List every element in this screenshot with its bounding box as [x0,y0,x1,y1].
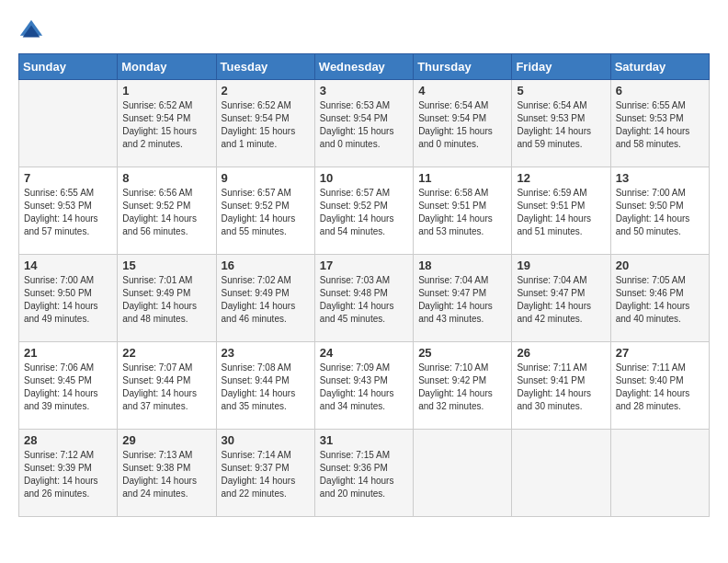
calendar-cell: 19Sunrise: 7:04 AMSunset: 9:47 PMDayligh… [512,255,610,342]
day-number: 30 [222,433,310,447]
calendar-table: SundayMondayTuesdayWednesdayThursdayFrid… [18,53,710,517]
day-number: 23 [222,346,310,360]
calendar-cell: 2Sunrise: 6:52 AMSunset: 9:54 PMDaylight… [216,80,314,167]
calendar-cell: 18Sunrise: 7:04 AMSunset: 9:47 PMDayligh… [414,255,512,342]
day-number: 1 [122,84,210,98]
day-info: Sunrise: 6:53 AMSunset: 9:54 PMDaylight:… [320,99,408,151]
calendar-cell [610,430,709,517]
calendar-cell: 22Sunrise: 7:07 AMSunset: 9:44 PMDayligh… [118,342,216,430]
day-info: Sunrise: 7:11 AMSunset: 9:41 PMDaylight:… [517,362,605,413]
day-number: 22 [122,346,210,360]
day-info: Sunrise: 6:54 AMSunset: 9:54 PMDaylight:… [418,99,506,151]
day-info: Sunrise: 7:13 AMSunset: 9:38 PMDaylight:… [122,449,210,500]
calendar-weekday-thursday: Thursday [414,54,512,80]
calendar-week-row: 14Sunrise: 7:00 AMSunset: 9:50 PMDayligh… [19,255,710,342]
calendar-cell: 17Sunrise: 7:03 AMSunset: 9:48 PMDayligh… [314,255,413,342]
day-info: Sunrise: 6:54 AMSunset: 9:53 PMDaylight:… [517,99,605,151]
day-number: 5 [517,84,605,98]
day-info: Sunrise: 7:08 AMSunset: 9:44 PMDaylight:… [222,362,310,413]
calendar-cell: 15Sunrise: 7:01 AMSunset: 9:49 PMDayligh… [118,255,216,342]
day-info: Sunrise: 7:14 AMSunset: 9:37 PMDaylight:… [222,449,310,500]
calendar-cell: 14Sunrise: 7:00 AMSunset: 9:50 PMDayligh… [19,255,118,342]
day-info: Sunrise: 7:04 AMSunset: 9:47 PMDaylight:… [418,274,506,326]
calendar-cell: 12Sunrise: 6:59 AMSunset: 9:51 PMDayligh… [512,167,610,255]
calendar-cell: 23Sunrise: 7:08 AMSunset: 9:44 PMDayligh… [216,342,314,430]
day-info: Sunrise: 7:07 AMSunset: 9:44 PMDaylight:… [122,362,210,413]
day-number: 4 [418,84,506,98]
calendar-week-row: 1Sunrise: 6:52 AMSunset: 9:54 PMDaylight… [19,80,710,167]
day-info: Sunrise: 7:00 AMSunset: 9:50 PMDaylight:… [616,187,704,238]
calendar-cell: 13Sunrise: 7:00 AMSunset: 9:50 PMDayligh… [610,167,709,255]
calendar-weekday-monday: Monday [118,54,216,80]
day-number: 13 [616,171,704,185]
day-number: 12 [517,171,605,185]
calendar-weekday-wednesday: Wednesday [314,54,413,80]
calendar-cell: 28Sunrise: 7:12 AMSunset: 9:39 PMDayligh… [19,430,118,517]
calendar-weekday-tuesday: Tuesday [216,54,314,80]
calendar-cell: 11Sunrise: 6:58 AMSunset: 9:51 PMDayligh… [414,167,512,255]
day-number: 29 [122,433,210,447]
header [18,18,710,44]
logo-icon [18,18,44,44]
day-number: 3 [320,84,408,98]
day-info: Sunrise: 6:55 AMSunset: 9:53 PMDaylight:… [616,99,704,151]
day-number: 6 [616,84,704,98]
day-number: 25 [418,346,506,360]
logo-line [18,18,44,44]
day-number: 24 [320,346,408,360]
calendar-cell: 24Sunrise: 7:09 AMSunset: 9:43 PMDayligh… [314,342,413,430]
day-info: Sunrise: 6:52 AMSunset: 9:54 PMDaylight:… [222,99,310,151]
day-info: Sunrise: 7:00 AMSunset: 9:50 PMDaylight:… [24,274,112,326]
day-number: 8 [122,171,210,185]
day-number: 7 [24,171,112,185]
day-info: Sunrise: 6:58 AMSunset: 9:51 PMDaylight:… [418,187,506,238]
day-number: 21 [24,346,112,360]
day-number: 10 [320,171,408,185]
calendar-cell: 31Sunrise: 7:15 AMSunset: 9:36 PMDayligh… [314,430,413,517]
day-number: 16 [222,259,310,272]
day-number: 31 [320,433,408,447]
day-number: 14 [24,259,112,272]
calendar-cell: 30Sunrise: 7:14 AMSunset: 9:37 PMDayligh… [216,430,314,517]
calendar-cell: 27Sunrise: 7:11 AMSunset: 9:40 PMDayligh… [610,342,709,430]
day-info: Sunrise: 6:59 AMSunset: 9:51 PMDaylight:… [517,187,605,238]
calendar-cell: 29Sunrise: 7:13 AMSunset: 9:38 PMDayligh… [118,430,216,517]
calendar-cell: 9Sunrise: 6:57 AMSunset: 9:52 PMDaylight… [216,167,314,255]
day-info: Sunrise: 7:03 AMSunset: 9:48 PMDaylight:… [320,274,408,326]
day-info: Sunrise: 7:10 AMSunset: 9:42 PMDaylight:… [418,362,506,413]
day-info: Sunrise: 7:09 AMSunset: 9:43 PMDaylight:… [320,362,408,413]
calendar-cell: 25Sunrise: 7:10 AMSunset: 9:42 PMDayligh… [414,342,512,430]
calendar-cell [512,430,610,517]
day-info: Sunrise: 7:04 AMSunset: 9:47 PMDaylight:… [517,274,605,326]
day-info: Sunrise: 6:55 AMSunset: 9:53 PMDaylight:… [24,187,112,238]
calendar-cell: 7Sunrise: 6:55 AMSunset: 9:53 PMDaylight… [19,167,118,255]
day-info: Sunrise: 7:05 AMSunset: 9:46 PMDaylight:… [616,274,704,326]
day-number: 27 [616,346,704,360]
calendar-cell: 26Sunrise: 7:11 AMSunset: 9:41 PMDayligh… [512,342,610,430]
calendar-weekday-sunday: Sunday [19,54,118,80]
day-number: 15 [122,259,210,272]
day-info: Sunrise: 7:12 AMSunset: 9:39 PMDaylight:… [24,449,112,500]
day-info: Sunrise: 7:02 AMSunset: 9:49 PMDaylight:… [222,274,310,326]
logo [18,18,44,44]
calendar-cell [414,430,512,517]
calendar-week-row: 21Sunrise: 7:06 AMSunset: 9:45 PMDayligh… [19,342,710,430]
calendar-cell: 1Sunrise: 6:52 AMSunset: 9:54 PMDaylight… [118,80,216,167]
calendar-weekday-saturday: Saturday [610,54,709,80]
day-info: Sunrise: 7:01 AMSunset: 9:49 PMDaylight:… [122,274,210,326]
day-number: 26 [517,346,605,360]
day-number: 20 [616,259,704,272]
day-number: 28 [24,433,112,447]
calendar-cell: 16Sunrise: 7:02 AMSunset: 9:49 PMDayligh… [216,255,314,342]
day-info: Sunrise: 7:11 AMSunset: 9:40 PMDaylight:… [616,362,704,413]
day-info: Sunrise: 6:52 AMSunset: 9:54 PMDaylight:… [122,99,210,151]
day-number: 17 [320,259,408,272]
calendar-cell: 10Sunrise: 6:57 AMSunset: 9:52 PMDayligh… [314,167,413,255]
day-info: Sunrise: 7:15 AMSunset: 9:36 PMDaylight:… [320,449,408,500]
day-number: 9 [222,171,310,185]
calendar-cell: 20Sunrise: 7:05 AMSunset: 9:46 PMDayligh… [610,255,709,342]
calendar-weekday-friday: Friday [512,54,610,80]
page-container: SundayMondayTuesdayWednesdayThursdayFrid… [18,18,710,517]
calendar-week-row: 7Sunrise: 6:55 AMSunset: 9:53 PMDaylight… [19,167,710,255]
day-number: 19 [517,259,605,272]
